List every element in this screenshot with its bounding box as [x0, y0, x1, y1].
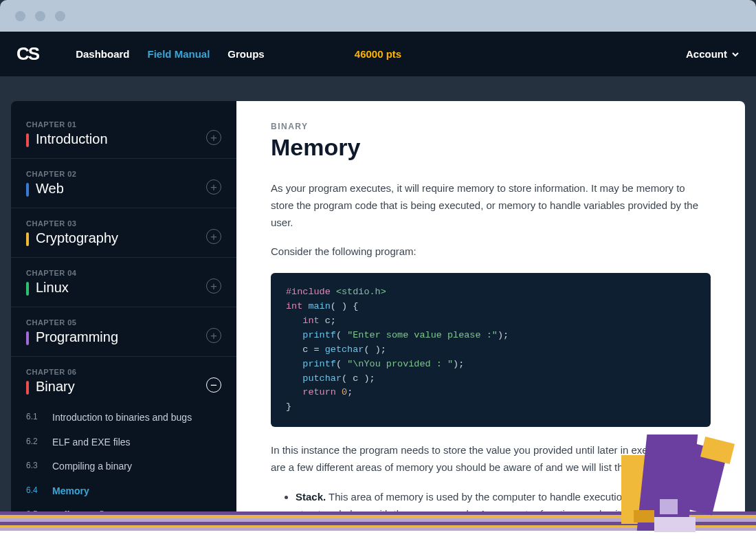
expand-icon[interactable]: +	[206, 229, 221, 244]
traffic-dot-green[interactable]	[55, 11, 65, 21]
chapter-web[interactable]: CHAPTER 02 Web +	[26, 159, 221, 208]
chevron-down-icon	[731, 50, 740, 58]
traffic-dot-red[interactable]	[15, 11, 25, 21]
nav-link-field-manual[interactable]: Field Manual	[147, 48, 210, 60]
paragraph: Consider the following program:	[271, 243, 711, 261]
chapter-eyebrow: CHAPTER 04	[26, 269, 206, 277]
lesson-num: 6.3	[26, 460, 43, 474]
lesson-intro-binaries[interactable]: 6.1 Introduction to binaries and bugs	[26, 406, 221, 430]
lesson-num: 6.2	[26, 436, 43, 450]
chapter-title: Linux	[36, 280, 69, 296]
lesson-title: Memory	[52, 485, 89, 498]
paragraph: As your program executes, it will requir…	[271, 180, 711, 231]
decorative-corner-graphic	[621, 434, 731, 538]
traffic-dot-yellow[interactable]	[35, 11, 45, 21]
expand-icon[interactable]: +	[206, 278, 221, 294]
nav-link-dashboard[interactable]: Dashboard	[76, 48, 129, 60]
chapter-title: Web	[36, 181, 64, 197]
collapse-icon[interactable]: −	[206, 377, 221, 393]
nav-link-groups[interactable]: Groups	[227, 48, 264, 60]
expand-icon[interactable]: +	[206, 179, 221, 195]
top-nav: CS Dashboard Field Manual Groups 46000 p…	[0, 32, 756, 76]
chapter-sidebar: CHAPTER 01 Introduction + CHAPTER 02 Web…	[11, 101, 236, 527]
chapter-title: Introduction	[36, 131, 108, 147]
lesson-elf-exe[interactable]: 6.2 ELF and EXE files	[26, 430, 221, 455]
logo[interactable]: CS	[16, 43, 38, 65]
chapter-linux[interactable]: CHAPTER 04 Linux +	[26, 258, 221, 307]
chapter-title: Programming	[36, 329, 118, 345]
lesson-memory[interactable]: 6.4 Memory	[26, 479, 221, 504]
lesson-num: 6.4	[26, 485, 43, 498]
lesson-title: ELF and EXE files	[52, 436, 131, 450]
chapter-accent	[26, 381, 29, 395]
chapter-accent	[26, 133, 29, 147]
chapter-programming[interactable]: CHAPTER 05 Programming +	[26, 307, 221, 356]
chapter-cryptography[interactable]: CHAPTER 03 Cryptography +	[26, 208, 221, 257]
points-display: 46000 pts	[355, 48, 401, 60]
code-block: #include <stdio.h> int main( ) { int c; …	[271, 273, 711, 427]
lesson-list: 6.1 Introduction to binaries and bugs 6.…	[26, 406, 221, 527]
expand-icon[interactable]: +	[206, 328, 221, 343]
chapter-binary[interactable]: CHAPTER 06 Binary −	[26, 357, 221, 406]
chapter-title: Binary	[36, 379, 75, 395]
browser-chrome	[0, 0, 756, 32]
chapter-accent	[26, 232, 29, 246]
page-title: Memory	[271, 134, 711, 161]
lesson-title: Compiling a binary	[52, 460, 132, 474]
chapter-eyebrow: CHAPTER 06	[26, 368, 206, 376]
lesson-compiling[interactable]: 6.3 Compiling a binary	[26, 454, 221, 479]
chapter-title: Cryptography	[36, 230, 118, 246]
lesson-num: 6.1	[26, 411, 43, 425]
chapter-introduction[interactable]: CHAPTER 01 Introduction +	[26, 120, 221, 158]
nav-links: Dashboard Field Manual Groups	[76, 48, 265, 60]
lesson-title: Introduction to binaries and bugs	[52, 411, 192, 425]
account-menu[interactable]: Account	[686, 48, 740, 60]
chapter-accent	[26, 331, 29, 345]
chapter-accent	[26, 282, 29, 296]
expand-icon[interactable]: +	[206, 130, 221, 145]
chapter-eyebrow: CHAPTER 01	[26, 120, 206, 129]
chapter-eyebrow: CHAPTER 05	[26, 318, 206, 327]
content-eyebrow: BINARY	[271, 122, 711, 131]
chapter-eyebrow: CHAPTER 03	[26, 219, 206, 228]
chapter-accent	[26, 183, 29, 197]
chapter-eyebrow: CHAPTER 02	[26, 170, 206, 178]
account-label: Account	[686, 48, 727, 60]
